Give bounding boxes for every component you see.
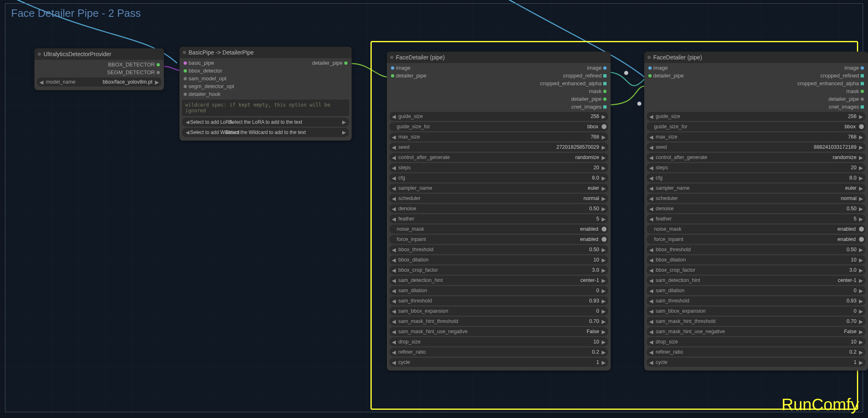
chevron-right-icon[interactable]: ▶ <box>601 185 607 191</box>
input-detailer-pipe[interactable]: detailer_pipe <box>391 73 426 79</box>
chevron-right-icon[interactable]: ▶ <box>601 154 607 161</box>
node-facedetailer-1[interactable]: FaceDetailer (pipe) imageimage detailer_… <box>387 52 611 370</box>
widget-cycle[interactable]: ◀cycle1▶ <box>647 358 866 367</box>
chevron-right-icon[interactable]: ▶ <box>601 308 607 314</box>
widget-bbox-threshold[interactable]: ◀bbox_threshold0.50▶ <box>647 245 866 254</box>
widget-seed[interactable]: ◀seed888241033172189▶ <box>647 143 866 152</box>
chevron-left-icon[interactable]: ◀ <box>391 267 397 273</box>
widget-noise-mask[interactable]: noise_maskenabled <box>389 225 608 234</box>
chevron-right-icon[interactable]: ▶ <box>858 195 864 202</box>
widget-sam-threshold[interactable]: ◀sam_threshold0.93▶ <box>389 296 608 305</box>
widget-sam-bbox-expansion[interactable]: ◀sam_bbox_expansion0▶ <box>647 307 866 316</box>
chevron-left-icon[interactable]: ◀ <box>648 277 654 284</box>
chevron-left-icon[interactable]: ◀ <box>391 247 397 253</box>
output-cnet-images[interactable]: cnet_images <box>571 104 607 110</box>
chevron-right-icon[interactable]: ▶ <box>858 318 864 325</box>
widget-cycle[interactable]: ◀cycle1▶ <box>389 358 608 367</box>
chevron-right-icon[interactable]: ▶ <box>858 165 864 171</box>
widget-bbox-threshold[interactable]: ◀bbox_threshold0.50▶ <box>389 245 608 254</box>
widget-sam-detection-hint[interactable]: ◀sam_detection_hintcenter-1▶ <box>389 276 608 285</box>
widget-scheduler[interactable]: ◀schedulernormal▶ <box>647 194 866 203</box>
widget-sampler-name[interactable]: ◀sampler_nameeuler▶ <box>647 184 866 193</box>
chevron-left-icon[interactable]: ◀ <box>391 134 397 140</box>
chevron-right-icon[interactable]: ▶ <box>858 329 864 335</box>
chevron-right-icon[interactable]: ▶ <box>858 114 864 120</box>
widget-wildcard-text[interactable]: wildcard spec: if kept empty, this optio… <box>182 100 349 116</box>
chevron-left-icon[interactable]: ◀ <box>648 144 654 150</box>
chevron-right-icon[interactable]: ▶ <box>858 257 864 263</box>
chevron-left-icon[interactable]: ◀ <box>648 298 654 304</box>
chevron-right-icon[interactable]: ▶ <box>858 216 864 222</box>
output-image[interactable]: image <box>587 65 607 71</box>
chevron-left-icon[interactable]: ◀ <box>648 165 654 171</box>
toggle-icon[interactable] <box>602 124 607 129</box>
widget-bbox-dilation[interactable]: ◀bbox_dilation10▶ <box>647 255 866 264</box>
toggle-icon[interactable] <box>859 237 864 242</box>
chevron-right-icon[interactable]: ▶ <box>601 247 607 253</box>
chevron-left-icon[interactable]: ◀ <box>648 349 654 355</box>
widget-guide-size[interactable]: ◀guide_size256▶ <box>647 112 866 121</box>
input-bbox-detector[interactable]: bbox_detector <box>184 68 222 74</box>
widget-sam-bbox-expansion[interactable]: ◀sam_bbox_expansion0▶ <box>389 307 608 316</box>
chevron-right-icon[interactable]: ▶ <box>858 349 864 355</box>
widget-steps[interactable]: ◀steps20▶ <box>389 163 608 172</box>
chevron-left-icon[interactable]: ◀ <box>391 298 397 304</box>
input-image[interactable]: image <box>391 65 410 71</box>
widget-seed[interactable]: ◀seed272018258570029▶ <box>389 143 608 152</box>
toggle-icon[interactable] <box>859 124 864 129</box>
input-segm-detector-opt[interactable]: segm_detector_opt <box>184 83 234 89</box>
output-detailer-pipe[interactable]: detailer_pipe <box>312 60 348 66</box>
chevron-left-icon[interactable]: ◀ <box>39 79 44 85</box>
chevron-right-icon[interactable]: ▶ <box>601 165 607 171</box>
chevron-left-icon[interactable]: ◀ <box>648 359 654 366</box>
chevron-right-icon[interactable]: ▶ <box>601 349 607 355</box>
chevron-right-icon[interactable]: ▶ <box>601 195 607 202</box>
chevron-left-icon[interactable]: ◀ <box>648 206 654 212</box>
widget-guide-size-for[interactable]: guide_size_forbbox <box>389 122 608 131</box>
widget-noise-mask[interactable]: noise_maskenabled <box>647 225 866 234</box>
widget-denoise[interactable]: ◀denoise0.50▶ <box>647 204 866 213</box>
chevron-left-icon[interactable]: ◀ <box>391 175 397 181</box>
widget-denoise[interactable]: ◀denoise0.50▶ <box>389 204 608 213</box>
output-cropped-enhanced-alpha[interactable]: cropped_enhanced_alpha <box>798 80 864 86</box>
widget-max-size[interactable]: ◀max_size768▶ <box>389 132 608 141</box>
chevron-right-icon[interactable]: ▶ <box>601 267 607 273</box>
chevron-right-icon[interactable]: ▶ <box>601 216 607 222</box>
chevron-left-icon[interactable]: ◀ <box>391 114 397 120</box>
chevron-right-icon[interactable]: ▶ <box>858 267 864 273</box>
node-basicpipe-detailerpipe[interactable]: BasicPipe -> DetailerPipe basic_pipe det… <box>180 47 352 141</box>
toggle-icon[interactable] <box>859 227 864 232</box>
chevron-left-icon[interactable]: ◀ <box>648 318 654 325</box>
chevron-right-icon[interactable]: ▶ <box>858 134 864 140</box>
chevron-left-icon[interactable]: ◀ <box>184 119 190 125</box>
output-cropped-enhanced-alpha[interactable]: cropped_enhanced_alpha <box>540 80 607 86</box>
chevron-left-icon[interactable]: ◀ <box>391 318 397 325</box>
chevron-left-icon[interactable]: ◀ <box>391 339 397 345</box>
widget-steps[interactable]: ◀steps20▶ <box>647 163 866 172</box>
node-title[interactable]: FaceDetailer (pipe) <box>387 52 611 63</box>
chevron-left-icon[interactable]: ◀ <box>648 195 654 202</box>
widget-feather[interactable]: ◀feather5▶ <box>389 214 608 223</box>
chevron-left-icon[interactable]: ◀ <box>184 129 190 135</box>
output-cropped-refined[interactable]: cropped_refined <box>563 73 607 79</box>
chevron-right-icon[interactable]: ▶ <box>601 318 607 325</box>
widget-refiner-ratio[interactable]: ◀refiner_ratio0.2▶ <box>647 348 866 357</box>
node-title[interactable]: BasicPipe -> DetailerPipe <box>180 47 352 58</box>
widget-cfg[interactable]: ◀cfg8.0▶ <box>389 173 608 182</box>
chevron-right-icon[interactable]: ▶ <box>601 144 607 150</box>
chevron-left-icon[interactable]: ◀ <box>391 359 397 366</box>
chevron-left-icon[interactable]: ◀ <box>391 277 397 284</box>
chevron-right-icon[interactable]: ▶ <box>858 185 864 191</box>
chevron-left-icon[interactable]: ◀ <box>648 308 654 314</box>
chevron-left-icon[interactable]: ◀ <box>648 267 654 273</box>
chevron-left-icon[interactable]: ◀ <box>648 134 654 140</box>
chevron-right-icon[interactable]: ▶ <box>601 257 607 263</box>
chevron-left-icon[interactable]: ◀ <box>648 154 654 161</box>
chevron-left-icon[interactable]: ◀ <box>648 216 654 222</box>
chevron-left-icon[interactable]: ◀ <box>648 339 654 345</box>
chevron-right-icon[interactable]: ▶ <box>601 288 607 294</box>
chevron-right-icon[interactable]: ▶ <box>858 359 864 366</box>
chevron-right-icon[interactable]: ▶ <box>341 119 347 125</box>
chevron-left-icon[interactable]: ◀ <box>648 247 654 253</box>
widget-scheduler[interactable]: ◀schedulernormal▶ <box>389 194 608 203</box>
